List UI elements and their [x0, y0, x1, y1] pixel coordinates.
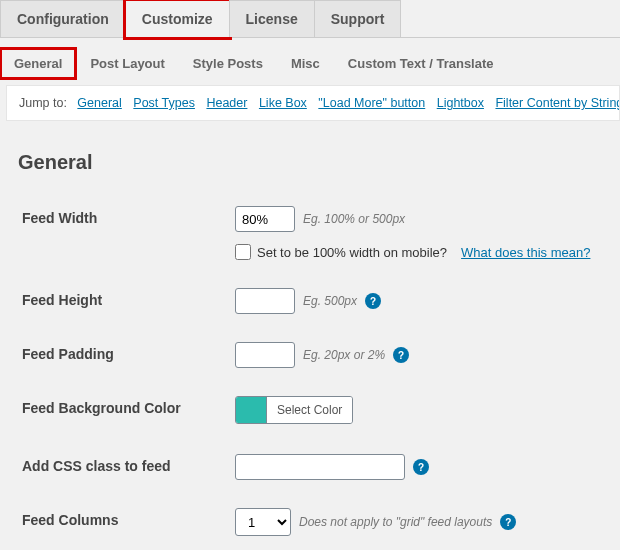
input-feed-padding[interactable]	[235, 342, 295, 368]
sub-tabs: General Post Layout Style Posts Misc Cus…	[0, 38, 620, 79]
jump-link-general[interactable]: General	[77, 96, 121, 110]
input-feed-width[interactable]	[235, 206, 295, 232]
hint-feed-padding: Eg. 20px or 2%	[303, 348, 385, 362]
jump-link-load-more[interactable]: "Load More" button	[318, 96, 425, 110]
jump-label: Jump to:	[19, 96, 67, 110]
help-icon[interactable]: ?	[413, 459, 429, 475]
jump-link-post-types[interactable]: Post Types	[133, 96, 195, 110]
link-what-does-this-mean[interactable]: What does this mean?	[461, 245, 590, 260]
select-color-button[interactable]: Select Color	[266, 397, 352, 423]
subtab-custom-text[interactable]: Custom Text / Translate	[334, 48, 508, 79]
checkbox-mobile-width[interactable]	[235, 244, 251, 260]
jump-link-header[interactable]: Header	[206, 96, 247, 110]
label-feed-padding: Feed Padding	[0, 328, 220, 382]
label-css-class: Add CSS class to feed	[0, 440, 220, 494]
tab-license[interactable]: License	[229, 0, 315, 37]
select-feed-columns[interactable]: 1	[235, 508, 291, 536]
color-swatch	[236, 397, 266, 423]
hint-feed-height: Eg. 500px	[303, 294, 357, 308]
hint-feed-columns: Does not apply to "grid" feed layouts	[299, 515, 492, 529]
tab-support[interactable]: Support	[314, 0, 402, 37]
label-mobile-width: Set to be 100% width on mobile?	[257, 245, 447, 260]
jump-link-like-box[interactable]: Like Box	[259, 96, 307, 110]
help-icon[interactable]: ?	[393, 347, 409, 363]
label-feed-width: Feed Width	[0, 192, 220, 274]
jump-link-lightbox[interactable]: Lightbox	[437, 96, 484, 110]
subtab-post-layout[interactable]: Post Layout	[76, 48, 178, 79]
main-tabs: Configuration Customize License Support	[0, 0, 620, 38]
jump-link-filter[interactable]: Filter Content by String	[495, 96, 620, 110]
section-title-general: General	[18, 151, 620, 174]
jump-bar: Jump to: General Post Types Header Like …	[6, 85, 620, 121]
tab-configuration[interactable]: Configuration	[0, 0, 126, 37]
help-icon[interactable]: ?	[500, 514, 516, 530]
subtab-style-posts[interactable]: Style Posts	[179, 48, 277, 79]
label-feed-height: Feed Height	[0, 274, 220, 328]
label-feed-columns: Feed Columns	[0, 494, 220, 550]
color-picker[interactable]: Select Color	[235, 396, 353, 424]
help-icon[interactable]: ?	[365, 293, 381, 309]
subtab-general[interactable]: General	[0, 48, 76, 79]
input-feed-height[interactable]	[235, 288, 295, 314]
input-css-class[interactable]	[235, 454, 405, 480]
tab-customize[interactable]: Customize	[125, 0, 230, 38]
label-bg-color: Feed Background Color	[0, 382, 220, 440]
hint-feed-width: Eg. 100% or 500px	[303, 212, 405, 226]
subtab-misc[interactable]: Misc	[277, 48, 334, 79]
